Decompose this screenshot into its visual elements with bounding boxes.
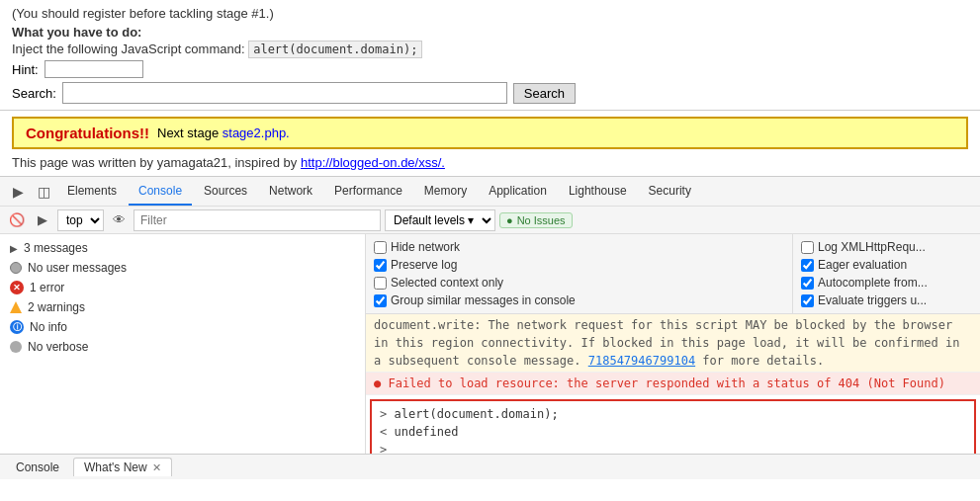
sidebar-label-no-user: No user messages [28, 261, 127, 275]
congrats-bar: Congratulations!! Next stage stage2.php. [12, 117, 968, 149]
inject-instruction: Inject the following JavaScript command:… [12, 42, 968, 56]
what-to-do: What you have to do: [12, 25, 968, 40]
clear-console-button[interactable]: 🚫 [6, 209, 28, 231]
eager-evaluation-checkbox[interactable] [801, 259, 814, 272]
sidebar-arrow-icon: ▶ [10, 243, 18, 254]
tab-memory[interactable]: Memory [414, 177, 477, 206]
console-toolbar: 🚫 ▶ top 👁 Default levels ▾ ● No Issues [0, 207, 980, 234]
inject-cmd: alert(document.domain); [248, 41, 422, 58]
devtools-mobile-icon[interactable]: ◫ [32, 180, 55, 204]
sidebar-item-verbose[interactable]: No verbose [0, 337, 365, 357]
search-input[interactable] [62, 82, 507, 104]
triangle-icon [10, 301, 22, 313]
option-group-similar: Group similar messages in console [374, 292, 784, 309]
sidebar-label-errors: 1 error [30, 281, 64, 294]
autocomplete-checkbox[interactable] [801, 277, 814, 290]
congrats-text: Congratulations!! [26, 125, 149, 141]
options-bar: Hide network Preserve log Selected conte… [366, 234, 980, 314]
tab-elements[interactable]: Elements [57, 177, 127, 206]
filter-input[interactable] [134, 209, 381, 231]
option-hide-network: Hide network [374, 238, 784, 256]
page-content: (You should register before tackling sta… [0, 0, 980, 111]
sidebar-label-warnings: 2 warnings [28, 300, 85, 314]
evaluate-triggers-checkbox[interactable] [801, 294, 814, 307]
tab-console[interactable]: Console [129, 177, 192, 206]
sidebar-item-info[interactable]: ⓘ No info [0, 317, 365, 337]
hint-input[interactable] [45, 60, 143, 78]
code-line-prompt: > [380, 441, 966, 454]
option-eager-evaluation: Eager evaluation [801, 256, 972, 274]
hint-row: Hint: [12, 60, 968, 78]
group-similar-checkbox[interactable] [374, 294, 387, 307]
option-selected-context: Selected context only [374, 274, 784, 292]
search-button[interactable]: Search [513, 83, 576, 104]
tab-security[interactable]: Security [639, 177, 701, 206]
context-select[interactable]: top [57, 209, 104, 231]
console-sidebar: ▶ 3 messages No user messages ✕ 1 error … [0, 234, 366, 454]
tab-performance[interactable]: Performance [324, 177, 412, 206]
option-log-xmlhttp: Log XMLHttpRequ... [801, 238, 972, 256]
no-issues-icon: ● [506, 214, 513, 226]
options-left: Hide network Preserve log Selected conte… [366, 234, 792, 313]
next-stage-link[interactable]: stage2.php. [223, 125, 290, 140]
log-error: ● Failed to load resource: the server re… [366, 373, 980, 395]
x-circle-icon: ✕ [10, 281, 24, 294]
hide-network-checkbox[interactable] [374, 241, 387, 254]
devtools-tabbar: ▶ ◫ Elements Console Sources Network Per… [0, 177, 980, 207]
log-network-warning: document.write: The network request for … [366, 314, 980, 373]
no-issues-text: No Issues [517, 214, 566, 226]
written-by-link[interactable]: http://blogged-on.de/xss/. [301, 155, 445, 170]
eye-icon[interactable]: 👁 [108, 209, 130, 231]
option-evaluate-triggers: Evaluate triggers u... [801, 292, 972, 309]
code-line-result: < undefined [380, 423, 966, 441]
tab-sources[interactable]: Sources [194, 177, 257, 206]
options-right: Log XMLHttpRequ... Eager evaluation Auto… [792, 234, 980, 313]
sidebar-messages-count: 3 messages [24, 241, 88, 255]
written-by: This page was written by yamagata21, ins… [0, 155, 980, 176]
verbose-icon [10, 341, 22, 353]
info-icon: ⓘ [10, 320, 24, 334]
search-row: Search: Search [12, 82, 968, 104]
bottom-tab-whats-new[interactable]: What's New ✕ [73, 458, 172, 476]
sidebar-item-no-user[interactable]: No user messages [0, 258, 365, 278]
sidebar-label-verbose: No verbose [28, 340, 88, 354]
devtools-inspect-icon[interactable]: ▶ [6, 180, 30, 204]
tab-application[interactable]: Application [479, 177, 557, 206]
tab-lighthouse[interactable]: Lighthouse [559, 177, 637, 206]
log-xmlhttp-checkbox[interactable] [801, 241, 814, 254]
levels-select[interactable]: Default levels ▾ [385, 209, 495, 231]
next-stage-text: Next stage stage2.php. [157, 125, 290, 140]
register-note: (You should register before tackling sta… [12, 6, 968, 21]
sidebar-messages-header[interactable]: ▶ 3 messages [0, 238, 365, 258]
code-line-execute: > alert(document.domain); [380, 405, 966, 423]
console-log: document.write: The network request for … [366, 314, 980, 454]
log-link[interactable]: 718547946799104 [588, 354, 695, 368]
sidebar-item-errors[interactable]: ✕ 1 error [0, 278, 365, 297]
no-issues-badge: ● No Issues [499, 212, 573, 228]
sidebar-item-warnings[interactable]: 2 warnings [0, 297, 365, 317]
devtools-bottom-tabs: Console What's New ✕ [0, 454, 980, 479]
tab-network[interactable]: Network [259, 177, 322, 206]
devtools-panel: ▶ ◫ Elements Console Sources Network Per… [0, 176, 980, 479]
preserve-log-checkbox[interactable] [374, 259, 387, 272]
console-main: ▶ 3 messages No user messages ✕ 1 error … [0, 234, 980, 454]
circle-icon [10, 262, 22, 274]
bottom-tab-console[interactable]: Console [6, 459, 69, 476]
option-autocomplete: Autocomplete from... [801, 274, 972, 292]
selected-context-checkbox[interactable] [374, 277, 387, 290]
sidebar-label-info: No info [30, 320, 67, 334]
close-whats-new-icon[interactable]: ✕ [152, 461, 161, 473]
option-preserve-log: Preserve log [374, 256, 784, 274]
log-code-block: > alert(document.domain); < undefined > [370, 399, 976, 454]
no-filter-icon[interactable]: ▶ [32, 209, 53, 231]
console-right: Hide network Preserve log Selected conte… [366, 234, 980, 454]
